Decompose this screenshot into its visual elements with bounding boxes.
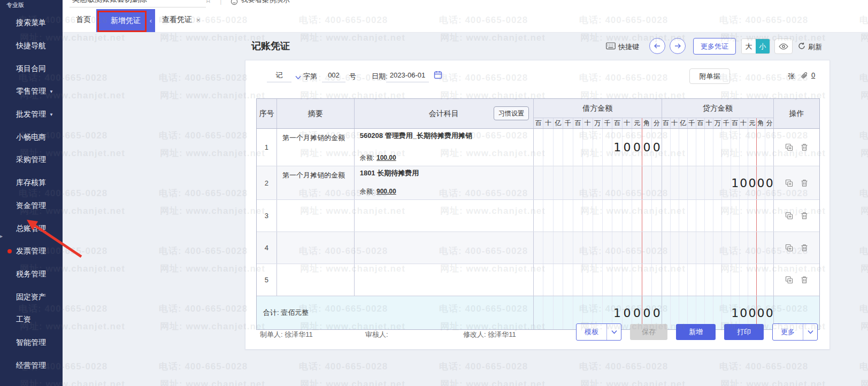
save-button[interactable]: 保存 [630, 324, 667, 340]
amount-digit-cell[interactable] [534, 200, 543, 231]
amount-digit-cell[interactable] [671, 264, 679, 296]
add-button[interactable]: 新增 [676, 324, 716, 340]
amount-digit-cell[interactable]: 0 [652, 129, 661, 166]
amount-digit-cell[interactable] [554, 166, 563, 199]
amount-digit-cell[interactable] [583, 200, 593, 231]
amount-digit-cell[interactable] [632, 166, 642, 199]
size-small-option[interactable]: 小 [756, 39, 770, 53]
amount-digit-cell[interactable] [563, 166, 573, 199]
amount-digit-cell[interactable] [731, 200, 740, 231]
amount-digit-cell[interactable] [662, 264, 671, 296]
amount-digit-cell[interactable] [554, 200, 563, 231]
paperclip-icon[interactable] [801, 72, 808, 82]
amount-digit-cell[interactable] [705, 264, 713, 296]
credit-amount-grid[interactable]: 10000 [662, 166, 774, 199]
amount-digit-cell[interactable] [757, 129, 765, 166]
amount-digit-cell[interactable] [534, 129, 543, 166]
visibility-button[interactable] [774, 38, 793, 54]
amount-digit-cell[interactable] [543, 232, 553, 264]
delete-row-icon[interactable] [800, 178, 809, 188]
amount-digit-cell[interactable] [554, 296, 563, 329]
account-name[interactable]: 奥惠敏测账账套勿删除 [72, 0, 147, 4]
amount-digit-cell[interactable] [765, 129, 773, 166]
amount-digit-cell[interactable] [603, 232, 612, 264]
amount-digit-cell[interactable] [593, 200, 603, 231]
amount-digit-cell[interactable] [722, 232, 731, 264]
delete-row-icon[interactable] [800, 243, 809, 253]
amount-digit-cell[interactable] [731, 264, 740, 296]
amount-digit-cell[interactable] [696, 264, 705, 296]
credit-amount-grid[interactable] [662, 129, 774, 166]
row-summary[interactable] [277, 264, 355, 296]
debit-amount-grid[interactable] [534, 264, 662, 296]
sidebar-item-13[interactable]: 工资 [0, 308, 63, 331]
chevron-down-icon[interactable] [606, 324, 621, 340]
amount-digit-cell[interactable] [573, 264, 583, 296]
amount-digit-cell[interactable] [583, 264, 593, 296]
amount-digit-cell[interactable] [748, 232, 757, 264]
amount-digit-cell[interactable] [765, 232, 773, 264]
sidebar-item-3[interactable]: 零售管理▼ [0, 80, 63, 103]
amount-digit-cell[interactable] [740, 232, 748, 264]
amount-digit-cell[interactable] [534, 264, 543, 296]
tab-close-icon[interactable]: × [196, 16, 201, 24]
amount-digit-cell[interactable] [662, 200, 671, 231]
amount-digit-cell[interactable] [632, 232, 642, 264]
delete-row-icon[interactable] [800, 143, 809, 152]
amount-digit-cell[interactable] [688, 264, 696, 296]
amount-digit-cell[interactable]: 0 [623, 129, 632, 166]
chevron-down-icon[interactable] [803, 324, 817, 340]
amount-digit-cell[interactable] [573, 200, 583, 231]
amount-digit-cell[interactable] [642, 232, 652, 264]
row-account[interactable] [355, 264, 534, 296]
amount-digit-cell[interactable] [593, 166, 603, 199]
tab-home[interactable]: 首页 [71, 7, 96, 32]
amount-digit-cell[interactable] [583, 129, 593, 166]
star-icon[interactable]: ☆ [205, 0, 212, 4]
amount-digit-cell[interactable] [705, 200, 713, 231]
debit-amount-grid[interactable] [534, 232, 662, 264]
sidebar-item-8[interactable]: 资金管理 [0, 195, 63, 218]
sidebar-item-2[interactable]: 项目合同 [0, 57, 63, 80]
amount-digit-cell[interactable] [662, 166, 671, 199]
attachment-button[interactable]: 附单据 [689, 68, 730, 84]
amount-digit-cell[interactable] [731, 232, 740, 264]
amount-digit-cell[interactable] [671, 200, 679, 231]
amount-digit-cell[interactable] [563, 296, 573, 329]
amount-digit-cell[interactable] [543, 129, 553, 166]
amount-digit-cell[interactable] [688, 232, 696, 264]
amount-digit-cell[interactable]: 0 [748, 166, 757, 199]
amount-digit-cell[interactable] [688, 166, 696, 199]
sidebar-item-11[interactable]: 税务管理 [0, 263, 63, 286]
sidebar-collapse-handle[interactable]: ▸ [0, 233, 3, 239]
amount-digit-cell[interactable]: 0 [765, 166, 773, 199]
amount-digit-cell[interactable] [757, 232, 765, 264]
amount-digit-cell[interactable] [563, 200, 573, 231]
amount-digit-cell[interactable] [679, 200, 688, 231]
amount-digit-cell[interactable] [623, 232, 632, 264]
amount-digit-cell[interactable] [688, 129, 696, 166]
amount-digit-cell[interactable] [713, 166, 722, 199]
amount-digit-cell[interactable] [679, 129, 688, 166]
amount-digit-cell[interactable] [748, 129, 757, 166]
amount-digit-cell[interactable] [583, 166, 593, 199]
amount-digit-cell[interactable] [748, 200, 757, 231]
amount-digit-cell[interactable] [573, 232, 583, 264]
amount-digit-cell[interactable] [713, 264, 722, 296]
amount-digit-cell[interactable] [671, 232, 679, 264]
row-summary[interactable] [277, 200, 355, 231]
credit-amount-grid[interactable] [662, 232, 774, 264]
amount-digit-cell[interactable] [696, 129, 705, 166]
amount-digit-cell[interactable] [534, 166, 543, 199]
amount-digit-cell[interactable] [554, 264, 563, 296]
amount-digit-cell[interactable] [679, 264, 688, 296]
tab-new-voucher[interactable]: 新增凭证 ‹ [96, 9, 155, 32]
copy-row-icon[interactable] [785, 143, 794, 152]
amount-digit-cell[interactable] [623, 200, 632, 231]
amount-digit-cell[interactable] [696, 166, 705, 199]
amount-digit-cell[interactable] [722, 166, 731, 199]
amount-digit-cell[interactable] [563, 232, 573, 264]
amount-digit-cell[interactable] [612, 264, 622, 296]
amount-digit-cell[interactable] [705, 129, 713, 166]
more-vouchers-button[interactable]: 更多凭证 [693, 38, 736, 55]
